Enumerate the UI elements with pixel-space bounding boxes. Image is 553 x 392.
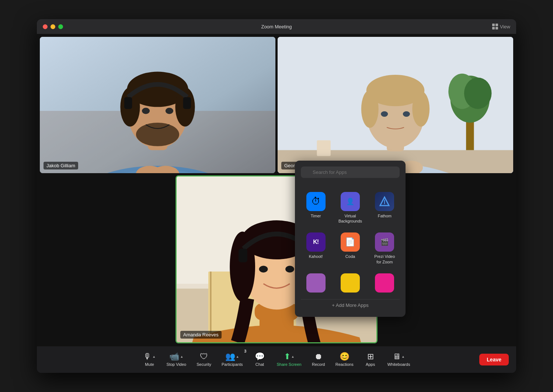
apps-label: Apps: [366, 362, 375, 367]
jakob-video: [40, 37, 275, 173]
svg-point-9: [142, 108, 150, 114]
participants-count: 3: [244, 349, 246, 353]
coda-label: Coda: [345, 254, 355, 259]
view-label: View: [500, 24, 510, 29]
video-row-bottom: Amanda Reeves: [40, 175, 513, 343]
add-more-label: + Add More Apps: [332, 302, 368, 308]
extra-app-3-icon: [375, 273, 394, 293]
stop-video-label: Stop Video: [167, 362, 187, 367]
app-item-kahoot[interactable]: K! Kahoot!: [301, 230, 331, 267]
view-button[interactable]: View: [492, 24, 510, 29]
zoom-window: Zoom Meeting View: [37, 19, 516, 373]
amanda-label: Amanda Reeves: [180, 331, 222, 339]
security-button[interactable]: 🛡 Security: [192, 350, 216, 369]
timer-icon: ⏱: [306, 192, 326, 211]
george-avatar: [278, 37, 513, 173]
share-screen-icon: ⬆: [284, 353, 291, 361]
apps-row3: [301, 271, 400, 295]
whiteboards-arrow[interactable]: ▲: [401, 355, 405, 358]
toolbar: 🎙 ▲ Mute 📹 ▲ Stop Video 🛡 Security 👥 3 ▲: [37, 346, 516, 373]
fathom-logo-svg: [379, 196, 390, 207]
jakob-avatar: [40, 37, 275, 173]
apps-search-input[interactable]: [301, 167, 400, 178]
record-label: Record: [312, 362, 325, 367]
mute-button[interactable]: 🎙 ▲ Mute: [139, 350, 161, 369]
mute-with-arrow: 🎙 ▲: [143, 353, 156, 361]
camera-icon: 📹: [169, 353, 179, 361]
close-button[interactable]: [43, 24, 48, 29]
george-video: [278, 37, 513, 173]
video-with-arrow: 📹 ▲: [169, 353, 183, 361]
chat-button[interactable]: 💬 Chat: [248, 350, 271, 369]
whiteboards-button[interactable]: 🖥 ▲ Whiteboards: [383, 350, 415, 369]
app-item-prezi[interactable]: 🎬 Prezi Video for Zoom: [370, 230, 400, 267]
whiteboards-label: Whiteboards: [387, 362, 410, 367]
share-screen-button[interactable]: ⬆ ▲ Share Screen: [272, 350, 306, 369]
chat-label: Chat: [255, 362, 264, 367]
participants-icon: 👥: [225, 353, 235, 361]
traffic-lights: [43, 24, 63, 29]
fathom-label: Fathom: [378, 213, 392, 218]
maximize-button[interactable]: [58, 24, 63, 29]
grid-icon: [492, 24, 498, 29]
minimize-button[interactable]: [51, 24, 55, 29]
app-item-timer[interactable]: ⏱ Timer: [301, 190, 331, 226]
mute-arrow[interactable]: ▲: [152, 355, 156, 358]
fathom-icon: [375, 192, 394, 211]
video-arrow[interactable]: ▲: [180, 355, 183, 358]
video-cell-jakob: Jakob Gilliam: [40, 37, 275, 173]
app-item-fathom[interactable]: Fathom: [370, 190, 400, 226]
svg-rect-11: [124, 97, 132, 109]
svg-point-8: [136, 123, 179, 146]
share-screen-label: Share Screen: [276, 362, 301, 367]
extra-app-2-icon: [341, 273, 360, 293]
svg-rect-22: [317, 140, 331, 156]
svg-rect-12: [183, 97, 191, 109]
app-item-vbg[interactable]: 👤 Virtual Backgrounds: [335, 190, 365, 226]
kahoot-label: Kahoot!: [309, 254, 323, 259]
video-cell-george: George Meza: [278, 37, 513, 173]
share-with-arrow: ⬆ ▲: [284, 353, 295, 361]
vbg-icon: 👤: [341, 192, 360, 211]
stop-video-button[interactable]: 📹 ▲ Stop Video: [162, 350, 191, 369]
record-button[interactable]: ⏺ Record: [307, 350, 330, 369]
kahoot-icon: K!: [306, 232, 326, 252]
add-more-apps-button[interactable]: + Add More Apps: [301, 299, 400, 311]
svg-point-26: [361, 90, 379, 128]
window-title: Zoom Meeting: [261, 24, 292, 29]
svg-point-44: [259, 266, 268, 273]
svg-point-10: [166, 108, 173, 114]
svg-point-27: [412, 91, 429, 127]
empty-cell-left: [40, 175, 173, 343]
chat-icon: 💬: [255, 353, 265, 361]
titlebar: Zoom Meeting View: [37, 19, 516, 34]
participants-label: Participants: [222, 362, 243, 367]
prezi-label: Prezi Video for Zoom: [372, 254, 397, 265]
coda-icon: 📄: [341, 232, 360, 252]
apps-icon: ⊞: [367, 353, 374, 361]
reactions-icon: 😊: [340, 353, 349, 361]
vbg-label: Virtual Backgrounds: [337, 213, 363, 224]
prezi-icon: 🎬: [375, 232, 394, 252]
share-arrow[interactable]: ▲: [291, 355, 295, 358]
whiteboard-icon: 🖥: [393, 353, 401, 361]
apps-button[interactable]: ⊞ Apps: [359, 350, 382, 369]
reactions-button[interactable]: 😊 Reactions: [331, 350, 358, 369]
search-wrap: 🔍: [301, 167, 400, 184]
video-grid: Jakob Gilliam: [37, 34, 516, 346]
participants-button[interactable]: 👥 3 ▲ Participants: [217, 350, 247, 369]
amanda-name: Amanda Reeves: [183, 332, 219, 337]
extra-app-1-icon: [306, 273, 326, 293]
app-item-extra3[interactable]: [370, 271, 400, 295]
svg-point-28: [381, 111, 388, 117]
participants-arrow[interactable]: ▲: [236, 355, 239, 358]
svg-point-29: [403, 111, 410, 117]
app-item-coda[interactable]: 📄 Coda: [335, 230, 365, 267]
leave-button[interactable]: Leave: [479, 354, 509, 365]
app-item-extra2[interactable]: [335, 271, 365, 295]
microphone-icon: 🎙: [143, 353, 152, 361]
record-icon: ⏺: [314, 353, 323, 361]
apps-grid: ⏱ Timer 👤 Virtual Backgrounds: [301, 190, 400, 267]
whiteboards-with-arrow: 🖥 ▲: [393, 353, 405, 361]
app-item-extra1[interactable]: [301, 271, 331, 295]
